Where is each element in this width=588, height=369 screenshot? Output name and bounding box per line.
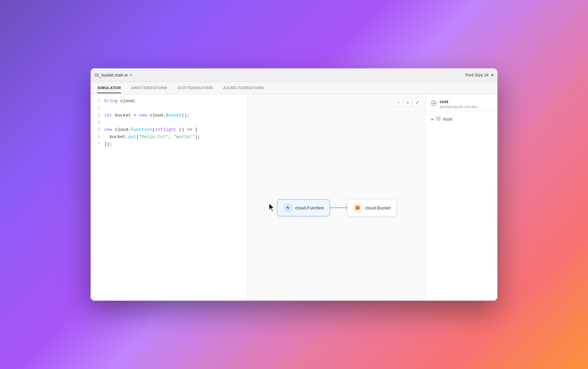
svg-marker-0 [286,205,290,210]
bucket-icon [353,203,362,213]
cursor [268,203,275,214]
chevron-right-icon: ▶ [431,118,434,121]
node-icon [436,116,441,122]
flow-node-bucket[interactable]: cloud.Bucket [347,199,396,216]
tab-bar: SIMULATOR AWS/TERRAFORM GCP/TERRAFORM AZ… [91,82,497,94]
code-line-1: bring cloud; [104,98,244,105]
tab-azure-terraform[interactable]: AZURE/TERRAFORM [223,83,264,93]
line-numbers: 1 2 3 4 5 6 7 [91,98,104,297]
sidebar-tree: ▶ Node [426,112,497,126]
flow-node-function[interactable]: cloud.Function [277,199,330,216]
code-editor: 1 2 3 4 5 6 7 bring cloud; let bucket = … [91,94,248,301]
bucket-label: cloud.Bucket [365,205,390,210]
right-sidebar: root @winglang/sdk.core.App ▶ Node [426,94,497,301]
code-line-7: }); [104,141,244,148]
file-dropdown-arrow[interactable]: ▾ [130,73,132,77]
function-icon [283,203,293,213]
main-content: 1 2 3 4 5 6 7 bring cloud; let bucket = … [91,94,497,301]
code-lines: bring cloud; let bucket = new cloud.Buck… [104,98,248,297]
app-window: 01_bucket.main.w ▾ Font Size 14 ▾ SIMULA… [91,68,497,301]
tab-simulator[interactable]: SIMULATOR [97,83,121,93]
diagram-controls: − + ⤢ [394,98,422,107]
font-size-label: Font Size 14 [466,73,489,78]
sidebar-root-label: root [440,99,478,104]
filename-label: 01_bucket.main.w [95,73,128,78]
fit-button[interactable]: ⤢ [413,98,422,107]
svg-rect-1 [356,207,360,210]
tab-gcp-terraform[interactable]: GCP/TERRAFORM [177,83,213,93]
sidebar-header: root @winglang/sdk.core.App [426,94,497,112]
code-line-3: let bucket = new cloud.Bucket(); [104,112,244,119]
code-line-2 [104,105,244,112]
svg-point-5 [438,118,439,119]
file-tab[interactable]: 01_bucket.main.w ▾ [95,73,132,78]
zoom-in-button[interactable]: + [404,98,412,107]
zoom-out-button[interactable]: − [394,98,402,107]
code-line-5: new cloud.Function(inflight () => { [104,126,244,134]
code-area[interactable]: 1 2 3 4 5 6 7 bring cloud; let bucket = … [91,94,248,301]
code-line-4 [104,119,244,126]
function-label: cloud.Function [295,205,324,210]
svg-rect-2 [355,206,360,207]
node-label: Node [443,117,453,122]
arrow-line [330,207,347,208]
sidebar-root-sub: @winglang/sdk.core.App [440,105,478,109]
diagram-area[interactable]: − + ⤢ cloud.Function [248,94,426,301]
root-icon [431,100,437,108]
sidebar-tree-item-node[interactable]: ▶ Node [429,114,495,124]
flow-arrow [330,207,347,208]
title-bar: 01_bucket.main.w ▾ Font Size 14 ▾ [91,68,497,82]
font-size-control[interactable]: Font Size 14 ▾ [466,73,493,78]
tab-aws-terraform[interactable]: AWS/TERRAFORM [131,83,167,93]
font-size-dropdown-arrow[interactable]: ▾ [491,73,493,78]
code-line-6: bucket.put("hello.txt", "world!"); [104,134,244,141]
flow-diagram: cloud.Function cloud.Bucket [277,199,397,216]
